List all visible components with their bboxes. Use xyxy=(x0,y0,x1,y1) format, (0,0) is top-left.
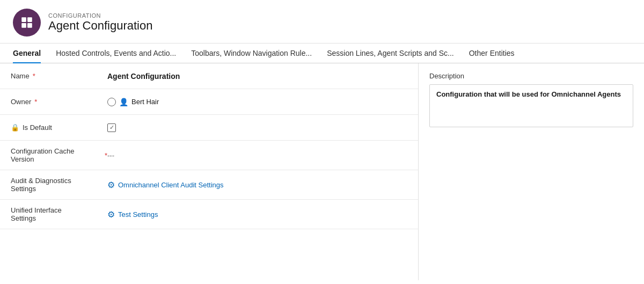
ui-settings-row: Unified Interface Settings ⚙ Test Settin… xyxy=(0,200,418,229)
header-icon xyxy=(13,9,41,37)
config-cache-value: --- xyxy=(107,151,114,159)
description-value: Configuration that will be used for Omni… xyxy=(436,90,626,98)
owner-circle-icon xyxy=(107,98,116,106)
svg-rect-2 xyxy=(21,23,26,28)
is-default-checkbox[interactable]: ✓ xyxy=(107,123,116,132)
audit-link-container: ⚙ Omnichannel Client Audit Settings xyxy=(107,180,224,190)
checkbox-checkmark: ✓ xyxy=(109,124,114,131)
config-cache-row: Configuration Cache Version * --- xyxy=(0,141,418,170)
ui-label: Unified Interface Settings xyxy=(11,206,107,222)
name-label: Name * xyxy=(11,72,107,80)
header-subtitle: CONFIGURATION xyxy=(48,12,152,19)
svg-rect-1 xyxy=(27,17,32,22)
header-title: Agent Configuration xyxy=(48,19,152,33)
tab-general[interactable]: General xyxy=(13,43,41,63)
audit-settings-icon: ⚙ xyxy=(107,180,115,190)
ui-link-container: ⚙ Test Settings xyxy=(107,209,158,220)
is-default-row: 🔒 Is Default ✓ xyxy=(0,115,418,141)
name-row: Name * Agent Configuration xyxy=(0,63,418,89)
description-panel: Description Configuration that will be u… xyxy=(419,63,644,280)
agent-config-icon xyxy=(20,16,34,30)
config-cache-label: Configuration Cache Version * xyxy=(11,147,107,163)
audit-link[interactable]: Omnichannel Client Audit Settings xyxy=(118,181,224,189)
tab-bar: General Hosted Controls, Events and Acti… xyxy=(0,43,644,63)
owner-label: Owner * xyxy=(11,98,107,106)
description-box: Configuration that will be used for Omni… xyxy=(429,84,633,127)
audit-row: Audit & Diagnostics Settings ⚙ Omnichann… xyxy=(0,170,418,200)
owner-name: Bert Hair xyxy=(131,98,159,106)
ui-settings-icon: ⚙ xyxy=(107,209,115,220)
tab-other[interactable]: Other Entities xyxy=(469,43,515,63)
form-panel: Name * Agent Configuration Owner * 👤 Ber… xyxy=(0,63,419,280)
tab-toolbars[interactable]: Toolbars, Window Navigation Rule... xyxy=(191,43,312,63)
description-label: Description xyxy=(429,72,633,80)
is-default-label: 🔒 Is Default xyxy=(11,123,107,132)
tab-session[interactable]: Session Lines, Agent Scripts and Sc... xyxy=(327,43,454,63)
name-value: Agent Configuration xyxy=(107,72,180,81)
svg-rect-3 xyxy=(27,23,32,28)
page-header: CONFIGURATION Agent Configuration xyxy=(0,0,644,43)
name-required: * xyxy=(33,72,35,80)
ui-link[interactable]: Test Settings xyxy=(118,210,158,219)
person-icon: 👤 xyxy=(119,98,128,106)
owner-value: 👤 Bert Hair xyxy=(107,98,159,106)
tab-hosted[interactable]: Hosted Controls, Events and Actio... xyxy=(56,43,176,63)
main-content: Name * Agent Configuration Owner * 👤 Ber… xyxy=(0,63,644,280)
svg-rect-0 xyxy=(21,17,26,22)
owner-required: * xyxy=(34,98,37,106)
lock-icon: 🔒 xyxy=(11,123,19,132)
audit-label: Audit & Diagnostics Settings xyxy=(11,177,107,193)
header-text-block: CONFIGURATION Agent Configuration xyxy=(48,12,152,33)
owner-row: Owner * 👤 Bert Hair xyxy=(0,89,418,115)
